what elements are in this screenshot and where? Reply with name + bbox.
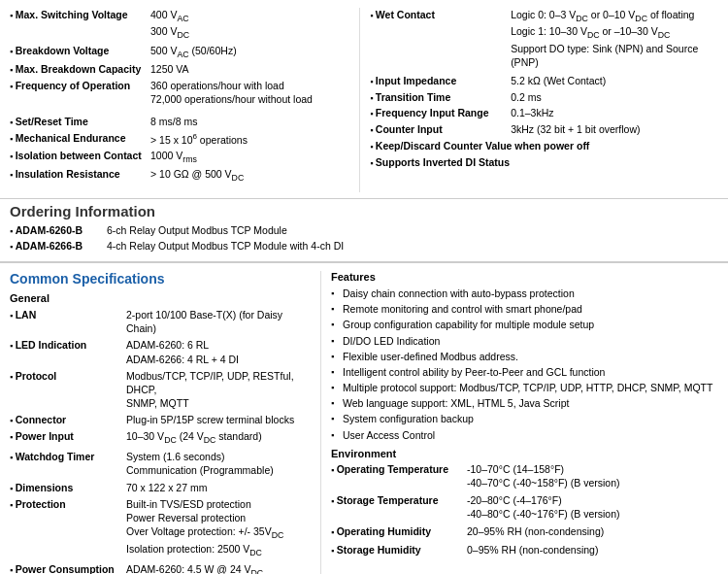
feature-8: Web language support: XML, HTML 5, Java … bbox=[331, 396, 718, 410]
max-breakdown-capacity-label: Max. Breakdown Capacity bbox=[10, 62, 150, 77]
top-right-specs: Wet Contact Logic 0: 0–3 VDC or 0–10 VDC… bbox=[359, 8, 718, 192]
environment-title: Environment bbox=[331, 448, 718, 459]
wet-contact-value: Logic 0: 0–3 VDC or 0–10 VDC of floating… bbox=[511, 8, 718, 70]
common-specs-section: Common Specifications General LAN 2-port… bbox=[0, 263, 728, 574]
watchdog-value: System (1.6 seconds)Communication (Progr… bbox=[126, 450, 311, 477]
breakdown-voltage-label: Breakdown Voltage bbox=[10, 44, 150, 60]
storage-temp-label: Storage Temperature bbox=[331, 493, 467, 521]
general-subtitle: General bbox=[10, 292, 311, 304]
storage-humidity-value: 0–95% RH (non-condensing) bbox=[467, 543, 718, 557]
feature-1: Daisy chain connection with auto-bypass … bbox=[331, 287, 718, 300]
isolation-contact-value: 1000 Vrms bbox=[150, 149, 349, 165]
feature-7: Multiple protocol support: Modbus/TCP, T… bbox=[331, 381, 718, 394]
protection-label: Protection bbox=[10, 497, 126, 559]
protection-value: Built-in TVS/ESD protectionPower Reversa… bbox=[126, 497, 311, 559]
common-specs-title: Common Specifications bbox=[10, 271, 311, 287]
max-switching-voltage-item: Max. Switching Voltage 400 VAC300 VDC bbox=[10, 8, 349, 42]
breakdown-voltage-value: 500 VAC (50/60Hz) bbox=[150, 44, 349, 60]
freq-operation-label: Frequency of Operation bbox=[10, 79, 150, 107]
lan-item: LAN 2-port 10/100 Base-T(X) (for Daisy C… bbox=[10, 308, 311, 335]
freq-operation-item: Frequency of Operation 360 operations/ho… bbox=[10, 79, 349, 107]
set-reset-group: Set/Reset Time 8 ms/8 ms Mechanical Endu… bbox=[10, 115, 349, 185]
top-specs-section: Max. Switching Voltage 400 VAC300 VDC Br… bbox=[0, 0, 728, 199]
insulation-resistance-value: > 10 GΩ @ 500 VDC bbox=[150, 167, 349, 184]
ordering-item-6266: ADAM-6266-B 4-ch Relay Output Modbus TCP… bbox=[10, 239, 718, 253]
ordering-title: Ordering Information bbox=[10, 203, 718, 219]
freq-input-range-item: Frequency Input Range 0.1–3kHz bbox=[370, 106, 718, 120]
storage-humidity-item: Storage Humidity 0–95% RH (non-condensin… bbox=[331, 543, 718, 557]
operating-humidity-item: Operating Humidity 20–95% RH (non-conden… bbox=[331, 524, 718, 538]
power-input-value: 10–30 VDC (24 VDC standard) bbox=[126, 429, 311, 447]
storage-temp-item: Storage Temperature -20–80°C (-4–176°F)-… bbox=[331, 493, 718, 521]
storage-temp-value: -20–80°C (-4–176°F)-40–80°C (-40~176°F) … bbox=[467, 493, 718, 521]
common-right-panel: Features Daisy chain connection with aut… bbox=[320, 271, 718, 574]
max-switching-voltage-label: Max. Switching Voltage bbox=[10, 8, 150, 42]
features-title: Features bbox=[331, 271, 718, 283]
dimensions-item: Dimensions 70 x 122 x 27 mm bbox=[10, 481, 311, 494]
operating-temp-label: Operating Temperature bbox=[331, 462, 467, 490]
breakdown-voltage-item: Breakdown Voltage 500 VAC (50/60Hz) bbox=[10, 44, 349, 60]
inverted-di-item: Supports Inverted DI Status bbox=[370, 155, 718, 170]
mech-endurance-value: > 15 x 106 operations bbox=[150, 131, 349, 147]
switching-voltage-group: Max. Switching Voltage 400 VAC300 VDC Br… bbox=[10, 8, 349, 107]
freq-operation-value: 360 operations/hour with load72,000 oper… bbox=[150, 79, 349, 107]
power-input-item: Power Input 10–30 VDC (24 VDC standard) bbox=[10, 429, 311, 447]
feature-3: Group configuration capability for multi… bbox=[331, 318, 718, 331]
operating-humidity-value: 20–95% RH (non-condensing) bbox=[467, 524, 718, 538]
connector-label: Connector bbox=[10, 413, 126, 426]
power-input-label: Power Input bbox=[10, 429, 126, 447]
dimensions-value: 70 x 122 x 27 mm bbox=[126, 481, 311, 494]
feature-4: DI/DO LED Indication bbox=[331, 334, 718, 348]
transition-time-value: 0.2 ms bbox=[511, 90, 718, 105]
lan-label: LAN bbox=[10, 308, 126, 335]
feature-9: System configuration backup bbox=[331, 412, 718, 425]
led-indication-value: ADAM-6260: 6 RLADAM-6266: 4 RL + 4 DI bbox=[126, 338, 311, 365]
inverted-di-label: Supports Inverted DI Status bbox=[370, 155, 718, 170]
mech-endurance-label: Mechanical Endurance bbox=[10, 131, 150, 147]
max-switching-voltage-value: 400 VAC300 VDC bbox=[150, 8, 349, 42]
isolation-contact-item: Isolation between Contact 1000 Vrms bbox=[10, 149, 349, 165]
ordering-model-6266: ADAM-6266-B bbox=[10, 239, 107, 253]
set-reset-label: Set/Reset Time bbox=[10, 115, 150, 129]
power-consumption-item: Power Consumption ADAM-6260: 4.5 W @ 24 … bbox=[10, 562, 311, 574]
feature-5: Flexible user-defined Modbus address. bbox=[331, 350, 718, 363]
led-indication-item: LED Indication ADAM-6260: 6 RLADAM-6266:… bbox=[10, 338, 311, 365]
connector-value: Plug-in 5P/15P screw terminal blocks bbox=[126, 413, 311, 426]
connector-item: Connector Plug-in 5P/15P screw terminal … bbox=[10, 413, 311, 426]
operating-temp-value: -10–70°C (14–158°F)-40–70°C (-40~158°F) … bbox=[467, 462, 718, 490]
wet-contact-label: Wet Contact bbox=[370, 8, 511, 70]
protocol-value: Modbus/TCP, TCP/IP, UDP, RESTful, DHCP,S… bbox=[126, 369, 311, 411]
top-left-specs: Max. Switching Voltage 400 VAC300 VDC Br… bbox=[10, 8, 359, 192]
storage-humidity-label: Storage Humidity bbox=[331, 543, 467, 557]
keep-discard-item: Keep/Discard Counter Value when power of… bbox=[370, 139, 718, 153]
power-consumption-value: ADAM-6260: 4.5 W @ 24 VDCADAM-6266: 4.2 … bbox=[126, 562, 311, 574]
insulation-resistance-label: Insulation Resistance bbox=[10, 167, 150, 184]
ordering-section: Ordering Information ADAM-6260-B 6-ch Re… bbox=[0, 199, 728, 263]
protocol-item: Protocol Modbus/TCP, TCP/IP, UDP, RESTfu… bbox=[10, 369, 311, 411]
power-consumption-label: Power Consumption bbox=[10, 562, 126, 574]
max-breakdown-capacity-value: 1250 VA bbox=[150, 62, 349, 77]
counter-input-value: 3kHz (32 bit + 1 bit overflow) bbox=[511, 122, 718, 137]
insulation-resistance-item: Insulation Resistance > 10 GΩ @ 500 VDC bbox=[10, 167, 349, 184]
set-reset-item: Set/Reset Time 8 ms/8 ms bbox=[10, 115, 349, 129]
common-left-panel: Common Specifications General LAN 2-port… bbox=[10, 271, 320, 574]
input-impedance-item: Input Impedance 5.2 kΩ (Wet Contact) bbox=[370, 74, 718, 88]
set-reset-value: 8 ms/8 ms bbox=[150, 115, 349, 129]
wet-contact-item: Wet Contact Logic 0: 0–3 VDC or 0–10 VDC… bbox=[370, 8, 718, 70]
mech-endurance-item: Mechanical Endurance > 15 x 106 operatio… bbox=[10, 131, 349, 147]
isolation-contact-label: Isolation between Contact bbox=[10, 149, 150, 165]
input-impedance-label: Input Impedance bbox=[370, 74, 511, 88]
ordering-item-6260: ADAM-6260-B 6-ch Relay Output Modbus TCP… bbox=[10, 223, 718, 238]
watchdog-item: Watchdog Timer System (1.6 seconds)Commu… bbox=[10, 450, 311, 477]
max-breakdown-capacity-item: Max. Breakdown Capacity 1250 VA bbox=[10, 62, 349, 77]
keep-discard-label: Keep/Discard Counter Value when power of… bbox=[370, 139, 718, 153]
input-impedance-value: 5.2 kΩ (Wet Contact) bbox=[511, 74, 718, 88]
ordering-desc-6260: 6-ch Relay Output Modbus TCP Module bbox=[107, 223, 287, 238]
led-indication-label: LED Indication bbox=[10, 338, 126, 365]
feature-10: User Access Control bbox=[331, 428, 718, 442]
ordering-model-6260: ADAM-6260-B bbox=[10, 223, 107, 238]
transition-time-label: Transition Time bbox=[370, 90, 511, 105]
operating-temp-item: Operating Temperature -10–70°C (14–158°F… bbox=[331, 462, 718, 490]
dimensions-label: Dimensions bbox=[10, 481, 126, 494]
protocol-label: Protocol bbox=[10, 369, 126, 411]
